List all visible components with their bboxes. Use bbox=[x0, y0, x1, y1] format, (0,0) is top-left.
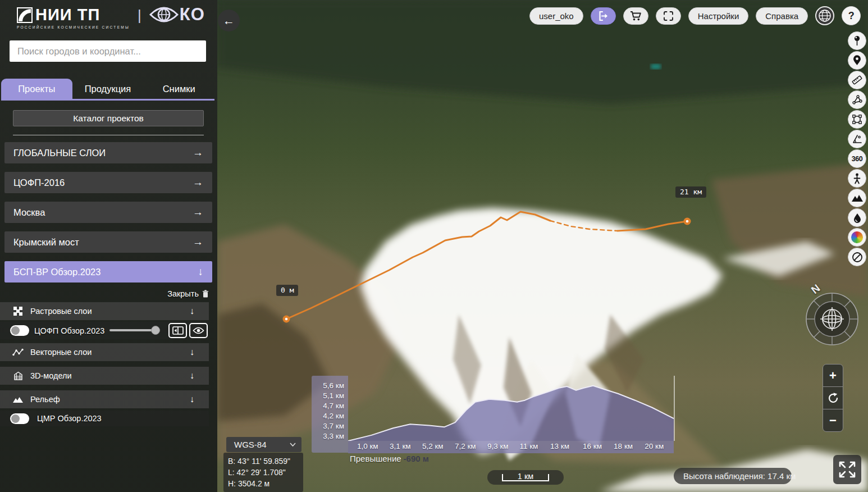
tab-products[interactable]: Продукция bbox=[72, 79, 144, 99]
rectangle-select-tool-button[interactable] bbox=[848, 110, 866, 129]
project-item-label: Крымский мост bbox=[13, 237, 79, 248]
x-tick: 7,2 км bbox=[455, 442, 476, 450]
back-button[interactable]: ← bbox=[218, 10, 240, 31]
section-label: 3D-модели bbox=[30, 371, 190, 380]
elevation-delta-value: -690 м bbox=[404, 454, 429, 463]
language-globe-button[interactable] bbox=[815, 6, 834, 25]
cofp-opacity-slider[interactable] bbox=[109, 329, 160, 331]
coordinate-h: H: 3504.2 м bbox=[228, 478, 299, 489]
ruler-icon bbox=[851, 74, 863, 86]
panorama-360-tool-button[interactable]: 360 bbox=[848, 149, 866, 168]
project-item-moscow[interactable]: Москва → bbox=[4, 202, 212, 223]
water-tool-button[interactable] bbox=[848, 208, 866, 227]
minus-icon: − bbox=[829, 413, 837, 428]
polygon-measure-tool-button[interactable] bbox=[848, 90, 866, 109]
niitp-wordmark: НИИ ТП bbox=[35, 6, 100, 24]
settings-button[interactable]: Настройки bbox=[688, 7, 749, 25]
oko-wordmark: КО bbox=[180, 4, 205, 25]
cart-button[interactable] bbox=[623, 7, 648, 25]
map-tools-toolbar: 360 bbox=[848, 31, 866, 266]
logo-divider: | bbox=[138, 7, 141, 24]
pano-360-icon: 360 bbox=[852, 155, 862, 163]
trash-icon bbox=[202, 290, 209, 298]
eye-icon bbox=[193, 327, 204, 334]
chevron-down-icon: ↓ bbox=[190, 347, 194, 357]
section-3d-models[interactable]: 3D-модели ↓ bbox=[0, 367, 209, 385]
scale-bar-label: 1 км bbox=[487, 472, 564, 481]
spectrum-tool-button[interactable] bbox=[848, 228, 866, 247]
cmr-layer-toggle[interactable] bbox=[10, 413, 29, 424]
datum-select[interactable]: WGS-84 bbox=[226, 437, 301, 452]
zoom-in-button[interactable]: + bbox=[823, 365, 843, 386]
y-tick: 3,3 км bbox=[323, 431, 344, 441]
project-item-bsp-vr-2023[interactable]: БСП-ВР Обзор.2023 ↓ bbox=[4, 261, 212, 283]
y-tick: 4,7 км bbox=[323, 401, 344, 411]
niitp-subtitle: РОССИЙСКИЕ КОСМИЧЕСКИЕ СИСТЕМЫ bbox=[17, 25, 130, 29]
chevron-right-icon: → bbox=[193, 236, 203, 248]
y-tick: 5,1 км bbox=[323, 391, 344, 401]
fullscreen-button[interactable] bbox=[833, 455, 861, 484]
niitp-logo: НИИ ТП РОССИЙСКИЕ КОСМИЧЕСКИЕ СИСТЕМЫ bbox=[17, 6, 130, 29]
x-tick: 1,0 км bbox=[357, 442, 378, 450]
polygon-measure-icon bbox=[852, 94, 863, 105]
tab-projects[interactable]: Проекты bbox=[1, 79, 72, 99]
section-relief[interactable]: Рельеф ↓ bbox=[0, 390, 209, 408]
cofp-layer-toggle[interactable] bbox=[10, 325, 29, 336]
chevron-right-icon: → bbox=[193, 147, 203, 159]
fullscreen-arrows-icon bbox=[838, 460, 857, 479]
reset-view-button[interactable] bbox=[823, 386, 843, 409]
cursor-coordinates-panel: B: 43° 11' 59.859" L: 42° 29' 1.708" H: … bbox=[223, 453, 303, 492]
cofp-compare-button[interactable] bbox=[168, 323, 187, 338]
elevation-delta-note: Превышение-690 м bbox=[350, 454, 429, 463]
zoom-controls: + − bbox=[823, 364, 843, 432]
project-item-label: БСП-ВР Обзор.2023 bbox=[13, 267, 100, 277]
globe-icon bbox=[818, 9, 832, 22]
angle-measure-tool-button[interactable] bbox=[848, 130, 866, 148]
zoom-out-button[interactable]: − bbox=[823, 409, 843, 431]
pedestrian-icon bbox=[853, 173, 861, 184]
project-item-label: ГЛОБАЛЬНЫЕ СЛОИ bbox=[13, 148, 106, 158]
refresh-icon bbox=[827, 392, 839, 404]
question-help-button[interactable]: ? bbox=[842, 6, 861, 25]
water-drop-icon bbox=[853, 213, 861, 223]
app-logo: НИИ ТП РОССИЙСКИЕ КОСМИЧЕСКИЕ СИСТЕМЫ | … bbox=[17, 6, 205, 29]
logout-button[interactable] bbox=[591, 7, 616, 25]
chevron-right-icon: → bbox=[193, 176, 203, 189]
back-arrow-icon: ← bbox=[223, 14, 235, 28]
logout-icon bbox=[598, 11, 609, 21]
pedestrian-view-tool-button[interactable] bbox=[848, 169, 866, 188]
vector-layers-icon bbox=[12, 348, 24, 356]
elevation-chart-plot[interactable] bbox=[348, 376, 675, 441]
angle-measure-icon bbox=[852, 134, 862, 144]
project-item-cofp-2016[interactable]: ЦОФП-2016 → bbox=[4, 172, 212, 193]
cofp-visibility-button[interactable] bbox=[189, 323, 208, 338]
section-label: Рельеф bbox=[30, 395, 190, 404]
project-item-global-layers[interactable]: ГЛОБАЛЬНЫЕ СЛОИ → bbox=[4, 142, 212, 163]
y-tick: 3,7 км bbox=[323, 421, 344, 431]
section-raster-layers[interactable]: Растровые слои ↓ bbox=[0, 302, 209, 320]
tab-underline bbox=[1, 99, 214, 101]
disable-layers-tool-button[interactable] bbox=[848, 248, 866, 266]
terrain-tool-button[interactable] bbox=[848, 189, 866, 207]
screenshot-button[interactable] bbox=[656, 7, 681, 25]
help-button[interactable]: Справка bbox=[756, 7, 808, 25]
tab-images[interactable]: Снимки bbox=[143, 79, 214, 99]
ruler-tool-button[interactable] bbox=[848, 71, 866, 89]
sidebar-tabs: Проекты Продукция Снимки bbox=[1, 79, 214, 99]
close-project-button[interactable]: Закрыть bbox=[167, 289, 209, 298]
x-tick: 3,1 км bbox=[390, 442, 411, 450]
placemark-tool-button[interactable] bbox=[848, 31, 866, 50]
cofp-layer-label: ЦОФП Обзор.2023 bbox=[34, 326, 104, 335]
x-tick: 20 км bbox=[645, 442, 664, 450]
user-account-button[interactable]: user_oko bbox=[529, 7, 583, 25]
search-input[interactable] bbox=[10, 40, 206, 62]
project-catalog-button[interactable]: Каталог проектов bbox=[13, 110, 204, 126]
map-3d-view[interactable]: 0 м 21 км ← user_oko Настройки Справка bbox=[217, 0, 868, 492]
location-tool-button[interactable] bbox=[848, 51, 866, 70]
project-item-crimean-bridge[interactable]: Крымский мост → bbox=[4, 231, 212, 253]
compare-split-icon bbox=[172, 326, 184, 335]
section-vector-layers[interactable]: Векторные слои ↓ bbox=[0, 343, 209, 361]
slider-knob[interactable] bbox=[151, 326, 160, 335]
spectrum-icon bbox=[851, 231, 863, 243]
compass-control[interactable]: N bbox=[804, 291, 860, 347]
